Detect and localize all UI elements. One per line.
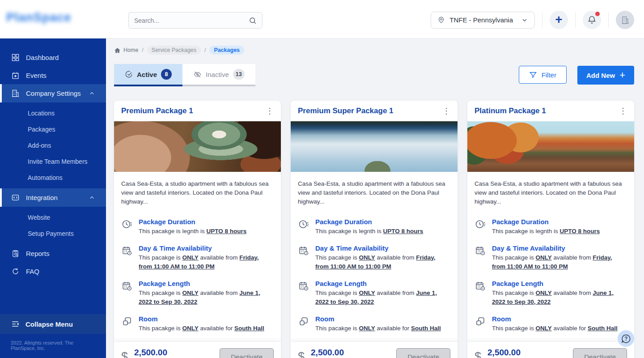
sidebar-item-dashboard[interactable]: Dashboard (0, 48, 106, 66)
package-title: Platinum Package 1 (475, 107, 546, 115)
location-selector[interactable]: TNFE - Pennsylvania (431, 12, 535, 29)
card-footer: $ 2,500.00 View price details Deactivate (114, 341, 281, 358)
check-circle-icon (125, 70, 133, 78)
package-image (114, 121, 281, 172)
package-title: Premium Super Package 1 (298, 107, 394, 115)
sidebar-item-label: Dashboard (26, 54, 59, 61)
tab-label: Inactive (206, 71, 229, 78)
search-box (128, 12, 263, 29)
sidebar-item-automations[interactable]: Automations (0, 170, 106, 186)
detail-day-time-availability: Day & Time Availability This pacakge is … (475, 244, 627, 271)
card-footer: $ 2,500.00 View price details Deactivate (467, 341, 634, 358)
faq-icon (11, 267, 20, 276)
toolbar: Active 8 Inactive 13 (114, 64, 634, 86)
detail-day-time-availability: Day & Time Availability This pacakge is … (121, 244, 274, 271)
copyright-text: 2022. Allrights reserved. The PlanSpace,… (0, 334, 106, 358)
sidebar-item-faq[interactable]: FAQ (0, 262, 106, 280)
deactivate-button[interactable]: Deactivate (396, 348, 450, 358)
package-price: 2,500.00 (487, 348, 536, 358)
room-icon (121, 315, 133, 333)
dollar-icon: $ (298, 350, 305, 358)
tab-count-badge: 8 (161, 69, 172, 80)
eye-off-icon (193, 70, 202, 79)
plus-icon: + (555, 14, 563, 26)
tab-active[interactable]: Active 8 (114, 64, 182, 86)
clock-icon (298, 218, 309, 236)
package-description: Casa Sea-Esta, a studio apartment with a… (291, 172, 458, 206)
deactivate-button[interactable]: Deactivate (573, 348, 627, 358)
detail-room: Room This pacakge is ONLY available for … (475, 315, 627, 333)
quick-add-button[interactable]: + (550, 11, 568, 29)
sidebar-item-label: Events (26, 72, 47, 79)
chevron-up-icon (89, 90, 95, 97)
sidebar-item-locations[interactable]: Locations (0, 105, 106, 121)
package-description: Casa Sea-Esta, a studio apartment with a… (114, 172, 281, 206)
collapse-menu-button[interactable]: Collapse Menu (0, 314, 106, 334)
package-details: Package Duration This pacakge is legnth … (467, 206, 634, 333)
sidebar-item-setup-payments[interactable]: Setup Payments (0, 226, 106, 242)
deactivate-button[interactable]: Deactivate (220, 348, 274, 358)
collapse-menu-label: Collapse Menu (25, 320, 73, 328)
breadcrumb: Home / Service Packages / Packages (114, 46, 634, 55)
calendar-icon (298, 244, 309, 271)
sidebar-item-company-settings[interactable]: Company Settings (0, 84, 106, 102)
kebab-menu-button[interactable]: ⋮ (619, 107, 627, 115)
calendar-icon (121, 280, 133, 307)
sidebar-item-integration[interactable]: Integration (0, 188, 106, 207)
help-button[interactable]: ? (618, 330, 634, 347)
organization-avatar-button[interactable] (616, 11, 634, 29)
sidebar-item-label: Reports (26, 250, 50, 257)
dollar-icon: $ (121, 350, 128, 358)
calendar-icon (298, 280, 309, 307)
collapse-menu-icon (11, 320, 20, 328)
room-icon (475, 315, 486, 333)
search-icon[interactable] (249, 17, 257, 25)
detail-package-length: Package Length This pacakge is ONLY avai… (121, 280, 274, 307)
kebab-menu-button[interactable]: ⋮ (266, 107, 274, 115)
package-title: Premium Package 1 (121, 107, 193, 115)
package-price: 2,500.00 (134, 348, 183, 358)
notifications-button[interactable] (583, 11, 601, 29)
sidebar-nav: Dashboard Events Compan (0, 38, 106, 314)
breadcrumb-service-packages[interactable]: Service Packages (147, 46, 201, 55)
detail-package-duration: Package Duration This pacakge is legnth … (475, 218, 627, 236)
add-new-button[interactable]: Add New + (577, 66, 634, 85)
sidebar-item-label: Integration (26, 194, 58, 201)
filter-button[interactable]: Filter (519, 66, 567, 84)
chevron-down-icon (521, 17, 528, 24)
reports-icon (11, 249, 20, 258)
package-card: Platinum Package 1 ⋮ Casa Sea-Esta, a st… (467, 101, 634, 358)
sidebar-item-reports[interactable]: Reports (0, 244, 106, 262)
package-cards: Premium Package 1 ⋮ Casa Sea-Esta, a stu… (114, 101, 634, 358)
sidebar-item-packages[interactable]: Packages (0, 121, 106, 137)
funnel-icon (529, 71, 537, 79)
building-icon (621, 16, 630, 25)
app-logo: PlanSpace (6, 11, 72, 25)
divider (542, 13, 542, 28)
breadcrumb-home[interactable]: Home (114, 47, 138, 54)
sidebar-item-website[interactable]: Website (0, 209, 106, 226)
breadcrumb-packages[interactable]: Packages (209, 46, 244, 55)
bell-icon (587, 15, 597, 25)
location-selector-value: TNFE - Pennsylvania (449, 16, 513, 24)
sidebar-item-label: Company Settings (26, 90, 81, 97)
sidebar-item-invite-team-members[interactable]: Invite Team Members (0, 153, 106, 170)
detail-day-time-availability: Day & Time Availability This pacakge is … (298, 244, 450, 271)
header-actions: TNFE - Pennsylvania + (431, 11, 634, 29)
notification-dot (595, 12, 600, 16)
room-icon (298, 315, 309, 333)
card-footer: $ 2,500.00 View price details Deactivate (291, 341, 458, 358)
kebab-menu-button[interactable]: ⋮ (442, 107, 450, 115)
tab-inactive[interactable]: Inactive 13 (182, 64, 255, 86)
search-input[interactable] (134, 17, 249, 24)
clock-icon (475, 218, 486, 236)
detail-package-length: Package Length This pacakge is ONLY avai… (475, 280, 627, 307)
package-price: 2,500.00 (311, 348, 360, 358)
sidebar-item-events[interactable]: Events (0, 66, 106, 84)
dashboard-icon (11, 53, 20, 62)
integration-icon (11, 193, 20, 202)
package-card: Premium Package 1 ⋮ Casa Sea-Esta, a stu… (114, 101, 281, 358)
sidebar-item-add-ons[interactable]: Add-ons (0, 137, 106, 153)
home-icon (114, 47, 121, 54)
main-content: Home / Service Packages / Packages Activ… (106, 38, 644, 358)
